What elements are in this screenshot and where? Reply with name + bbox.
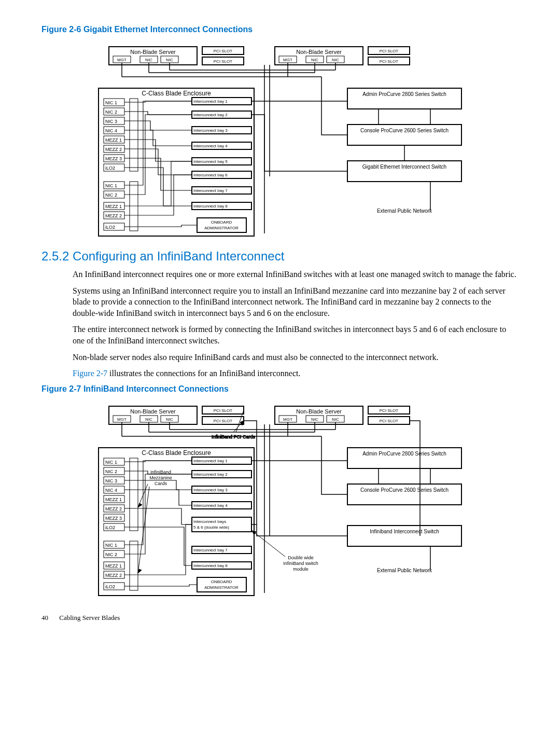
svg-text:Interconnect bay 4: Interconnect bay 4 (193, 503, 228, 508)
svg-text:NIC 2: NIC 2 (105, 192, 117, 198)
paragraph-1: An InfiniBand interconnect requires one … (73, 269, 519, 280)
svg-text:NIC 4: NIC 4 (105, 488, 117, 493)
svg-text:NIC: NIC (145, 58, 152, 62)
svg-text:iLO2: iLO2 (105, 525, 115, 530)
svg-text:MEZZ 1: MEZZ 1 (105, 563, 122, 569)
svg-text:ADMINISTRATOR: ADMINISTRATOR (204, 226, 239, 230)
paragraph-3: The entire interconnect network is forme… (73, 324, 519, 346)
svg-text:ONBOARD: ONBOARD (211, 220, 232, 225)
svg-text:NIC 2: NIC 2 (105, 109, 117, 115)
section-number: 2.5.2 (41, 249, 69, 263)
svg-text:module: module (293, 567, 309, 572)
svg-text:MGT: MGT (283, 417, 292, 422)
svg-rect-149 (130, 458, 138, 531)
svg-text:PCI SLOT: PCI SLOT (214, 408, 233, 413)
svg-text:Interconnect bay 4: Interconnect bay 4 (193, 144, 228, 148)
svg-text:MEZZ 1: MEZZ 1 (105, 204, 122, 209)
svg-text:ONBOARD: ONBOARD (211, 579, 232, 584)
svg-text:Interconnect bay 3: Interconnect bay 3 (193, 488, 228, 492)
svg-text:ADMINISTRATOR: ADMINISTRATOR (204, 585, 239, 590)
svg-text:Interconnect bay 1: Interconnect bay 1 (193, 459, 228, 463)
svg-text:NIC 2: NIC 2 (105, 469, 117, 474)
figure-2-7-diagram: Non-Blade Server MGT NIC NIC PCI SLOT PC… (93, 401, 467, 598)
paragraph-5-rest: illustrates the connections for an Infin… (107, 369, 300, 378)
chapter-title: Cabling Server Blades (59, 614, 120, 621)
svg-text:PCI SLOT: PCI SLOT (214, 419, 233, 423)
svg-rect-52 (130, 99, 138, 171)
page-footer: 40 Cabling Server Blades (41, 614, 519, 622)
svg-text:Non-Blade Server: Non-Blade Server (130, 49, 176, 55)
svg-text:NIC: NIC (166, 417, 173, 422)
svg-text:MGT: MGT (283, 58, 292, 62)
figure-2-7-title: Figure 2-7 InfiniBand Interconnect Conne… (41, 384, 519, 394)
svg-text:NIC 1: NIC 1 (105, 100, 117, 105)
svg-text:Interconnect bay 1: Interconnect bay 1 (193, 99, 228, 104)
svg-text:NIC 1: NIC 1 (105, 543, 117, 548)
svg-text:PCI SLOT: PCI SLOT (380, 59, 399, 64)
svg-text:Interconnect bay 2: Interconnect bay 2 (193, 472, 228, 477)
svg-text:InfiniBand PCI Cards: InfiniBand PCI Cards (212, 434, 256, 439)
svg-text:External Public Network: External Public Network (377, 208, 432, 214)
svg-text:NIC 3: NIC 3 (105, 119, 117, 124)
section-title: Configuring an InfiniBand Interconnect (73, 249, 284, 263)
svg-text:MGT: MGT (117, 58, 127, 62)
svg-text:NIC: NIC (145, 417, 152, 422)
svg-text:Interconnect bays: Interconnect bays (193, 519, 226, 524)
paragraph-5: Figure 2-7 illustrates the connections f… (73, 368, 519, 379)
svg-text:NIC 3: NIC 3 (105, 478, 117, 483)
figure-2-7-link[interactable]: Figure 2-7 (73, 369, 107, 378)
svg-text:NIC: NIC (311, 417, 318, 422)
svg-text:External Public Network: External Public Network (377, 568, 432, 573)
svg-text:Interconnect bay 3: Interconnect bay 3 (193, 128, 228, 133)
svg-text:Interconnect bay 6: Interconnect bay 6 (193, 173, 228, 177)
svg-text:Double wide: Double wide (288, 555, 314, 560)
svg-text:Admin ProCurve 2800 Series Swi: Admin ProCurve 2800 Series Switch (362, 91, 446, 97)
paragraph-2: Systems using an InfiniBand interconnect… (73, 285, 519, 319)
svg-text:Infiniband Interconnect Switch: Infiniband Interconnect Switch (370, 529, 439, 534)
svg-text:NIC: NIC (311, 58, 318, 62)
svg-text:Cards: Cards (155, 481, 167, 486)
svg-text:MEZZ 2: MEZZ 2 (105, 147, 122, 152)
svg-text:NIC 1: NIC 1 (105, 183, 117, 188)
svg-text:Interconnect bay 8: Interconnect bay 8 (193, 204, 228, 209)
svg-text:iLO2: iLO2 (105, 225, 115, 230)
svg-text:Interconnect bay 5: Interconnect bay 5 (193, 159, 228, 164)
svg-text:MEZZ 1: MEZZ 1 (105, 497, 122, 502)
svg-text:C-Class Blade Enclosure: C-Class Blade Enclosure (142, 449, 211, 457)
svg-text:iLO2: iLO2 (105, 584, 115, 589)
svg-text:NIC 4: NIC 4 (105, 128, 117, 133)
svg-text:MEZZ 2: MEZZ 2 (105, 506, 122, 512)
svg-text:NIC 1: NIC 1 (105, 460, 117, 465)
svg-text:NIC 2: NIC 2 (105, 552, 117, 557)
section-heading: 2.5.2 Configuring an InfiniBand Intercon… (41, 249, 519, 264)
svg-text:MEZZ 3: MEZZ 3 (105, 156, 122, 161)
page: Figure 2-6 Gigabit Ethernet Interconnect… (0, 0, 560, 638)
svg-text:Non-Blade Server: Non-Blade Server (296, 49, 342, 55)
page-number: 40 (41, 614, 48, 621)
svg-line-156 (138, 487, 149, 573)
svg-text:Console ProCurve 2600 Series S: Console ProCurve 2600 Series Switch (360, 487, 449, 493)
svg-text:Interconnect bay 2: Interconnect bay 2 (193, 113, 228, 117)
svg-marker-187 (252, 531, 256, 535)
svg-text:5 & 6 (double wide): 5 & 6 (double wide) (193, 525, 229, 530)
svg-text:Gigabit Ethernet Interconnect : Gigabit Ethernet Interconnect Switch (362, 164, 446, 170)
svg-marker-155 (138, 503, 142, 507)
svg-text:Non-Blade Server: Non-Blade Server (130, 408, 176, 415)
svg-text:Non-Blade Server: Non-Blade Server (296, 408, 342, 415)
svg-text:PCI SLOT: PCI SLOT (214, 49, 233, 53)
paragraph-4: Non-blade server nodes also require Infi… (73, 352, 519, 363)
svg-text:NIC: NIC (332, 417, 339, 422)
svg-text:NIC: NIC (166, 58, 173, 62)
svg-text:MGT: MGT (117, 417, 127, 422)
svg-text:PCI SLOT: PCI SLOT (214, 59, 233, 64)
svg-text:NIC: NIC (332, 58, 339, 62)
svg-text:MEZZ 1: MEZZ 1 (105, 137, 122, 143)
svg-text:MEZZ 3: MEZZ 3 (105, 516, 122, 521)
figure-2-6-title: Figure 2-6 Gigabit Ethernet Interconnect… (41, 25, 519, 34)
svg-text:MEZZ 2: MEZZ 2 (105, 573, 122, 578)
svg-text:Console ProCurve 2600 Series S: Console ProCurve 2600 Series Switch (360, 128, 449, 133)
svg-rect-150 (130, 541, 138, 590)
svg-text:MEZZ 2: MEZZ 2 (105, 213, 122, 218)
svg-text:InfiniBand switch: InfiniBand switch (283, 561, 318, 566)
svg-text:iLO2: iLO2 (105, 165, 115, 171)
